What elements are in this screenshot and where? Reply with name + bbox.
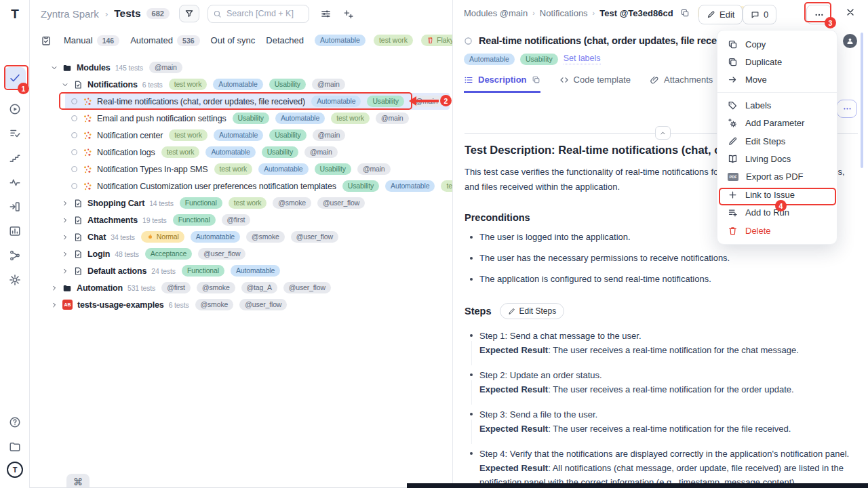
chevron-right-icon[interactable]	[61, 267, 69, 275]
badge-test-work[interactable]: test work	[374, 35, 413, 46]
menu-item-move[interactable]: Move	[717, 71, 837, 89]
copy-test-id-icon[interactable]	[680, 8, 690, 18]
menu-item-labels[interactable]: Labels	[717, 96, 837, 114]
add-with-ai-icon[interactable]	[342, 8, 354, 20]
copy-icon	[728, 39, 738, 49]
copy-description-icon[interactable]	[532, 75, 540, 84]
tab-code-template[interactable]: Code template	[559, 75, 631, 91]
chevron-down-icon[interactable]	[50, 64, 58, 72]
avatar[interactable]	[843, 34, 857, 48]
filter-tab-label: Detached	[266, 35, 304, 45]
tab-attachments[interactable]: Attachments	[650, 75, 713, 91]
menu-item-duplicate[interactable]: Duplicate	[717, 53, 837, 70]
menu-item-copy[interactable]: Copy	[717, 35, 837, 53]
set-labels-link[interactable]: Set labels	[564, 54, 601, 64]
description-more-button[interactable]	[837, 100, 857, 118]
filter-tab-manual[interactable]: Manual146	[64, 35, 119, 46]
chevron-right-icon[interactable]	[61, 216, 69, 224]
chevron-right-icon[interactable]	[50, 301, 58, 309]
tree-suite-9[interactable]: Attachments19 testsFunctional@first	[30, 211, 452, 228]
step-expected: Expected Result: The user receives a rea…	[479, 422, 858, 436]
tree-suite-12[interactable]: Default actions24 testsFunctionalAutomat…	[30, 262, 452, 279]
tree-item-count: 531 tests	[127, 284, 155, 292]
tree-suite-14[interactable]: ABtests-usage-examples6 tests@smoke@user…	[30, 296, 452, 313]
chevron-right-icon[interactable]	[50, 284, 58, 292]
integrations-icon	[9, 249, 21, 262]
menu-item-delete[interactable]: Delete	[717, 222, 837, 239]
filter-tab-automated[interactable]: Automated536	[130, 35, 199, 46]
tree-item-count: 19 tests	[142, 216, 167, 224]
badge-flaky[interactable]: Flaky	[421, 35, 453, 46]
sidebar-item-projects[interactable]	[5, 436, 25, 457]
sidebar-item-app-logo[interactable]: T	[5, 4, 25, 24]
filter-tab-detached[interactable]: Detached	[266, 35, 304, 45]
detail-breadcrumb-separator: ›	[593, 9, 595, 17]
suite-doc-icon	[73, 216, 83, 225]
sidebar-item-account[interactable]: T	[5, 460, 25, 480]
tree-suite-0[interactable]: Modules145 tests@main	[30, 59, 452, 76]
sidebar-item-settings[interactable]	[5, 270, 25, 290]
view-settings-icon[interactable]	[320, 8, 332, 20]
tree-suite-8[interactable]: Shopping Cart14 testsFunctionaltest work…	[30, 195, 452, 211]
collapse-section-button[interactable]	[655, 126, 671, 140]
filter-tab-out-of-sync[interactable]: Out of sync	[211, 35, 256, 45]
activity-icon	[9, 176, 21, 188]
tree-suite-10[interactable]: Chat34 testsNormalAutomatable@smoke@user…	[30, 228, 452, 245]
detail-breadcrumb-separator: ›	[532, 9, 535, 17]
tree-test-2[interactable]: Real-time notifications (chat, order upd…	[30, 93, 452, 110]
filter-bar: Manual146Automated536Out of syncDetached…	[30, 32, 453, 49]
sidebar-item-test-plans[interactable]	[5, 123, 25, 144]
menu-item-add-parameter[interactable]: Add Parameter	[717, 115, 837, 132]
tree-suite-13[interactable]: Automation531 tests@first@smoke@tag_A@us…	[30, 279, 452, 296]
comments-button[interactable]: 0	[743, 5, 776, 24]
sidebar-item-milestones[interactable]	[5, 148, 25, 168]
sidebar-item-test-runs[interactable]	[5, 99, 25, 119]
tree-suite-1[interactable]: Notifications6 teststest workAutomatable…	[30, 76, 452, 93]
chevron-right-icon[interactable]	[61, 233, 69, 241]
sidebar-item-reports[interactable]	[5, 221, 25, 241]
menu-item-edit-steps[interactable]: Edit Steps	[717, 132, 837, 150]
tree-test-6[interactable]: Notification Types In-app SMStest workAu…	[30, 161, 452, 178]
badge-label: test work	[446, 182, 453, 190]
tree-suite-11[interactable]: Login48 testsAcceptance@user_flow	[30, 245, 452, 262]
menu-item-living-docs[interactable]: Living Docs	[717, 150, 837, 167]
edit-steps-button[interactable]: Edit Steps	[500, 303, 565, 319]
menu-item-export-as-pdf[interactable]: PDFExport as PDF	[717, 168, 837, 186]
edit-button-label: Edit	[719, 9, 734, 20]
menu-item-label: Add Parameter	[745, 118, 804, 128]
edit-button[interactable]: Edit	[698, 5, 743, 24]
tree-item-count: 24 tests	[151, 267, 176, 275]
badge-label: Automatable	[218, 81, 257, 88]
test-labels-row: AutomatableUsability Set labels	[464, 54, 601, 65]
sidebar-item-activity[interactable]	[5, 172, 25, 192]
sidebar-item-help[interactable]	[5, 412, 25, 432]
search-input[interactable]	[208, 5, 309, 23]
breadcrumb-app[interactable]: Zyntra Spark	[41, 8, 99, 20]
bulk-select-icon[interactable]	[41, 35, 52, 46]
tree-test-3[interactable]: Email and push notification settingsUsab…	[30, 110, 452, 127]
chevron-down-icon[interactable]	[61, 81, 69, 89]
command-key-button[interactable]: ⌘	[66, 474, 90, 488]
tree-test-7[interactable]: Notification Customization user preferen…	[30, 178, 452, 195]
chevron-right-icon[interactable]	[61, 250, 69, 258]
filter-button[interactable]	[179, 5, 199, 22]
tab-description[interactable]: Description	[464, 75, 540, 93]
book-icon	[728, 154, 738, 164]
tag-icon	[728, 100, 738, 110]
detail-breadcrumb-suite[interactable]: Notifications	[540, 8, 588, 18]
tree-test-5[interactable]: Notification logstest workAutomatableUsa…	[30, 144, 452, 161]
detail-close-icon[interactable]	[845, 7, 856, 18]
sidebar-item-integrations[interactable]	[5, 245, 25, 266]
badge-label: @user_flow	[296, 233, 333, 241]
badge-@user_flow: @user_flow	[291, 231, 338, 243]
badge-automatable[interactable]: Automatable	[315, 35, 366, 46]
badge-label: Automatable	[317, 98, 355, 105]
badge-label: @user_flow	[323, 199, 359, 207]
chevron-right-icon[interactable]	[61, 199, 69, 207]
tree-test-4[interactable]: Notification centertest workAutomatableU…	[30, 127, 452, 144]
detail-scrollbar[interactable]	[861, 33, 863, 168]
badge-automatable: Automatable	[311, 96, 361, 107]
breadcrumb-section-tests[interactable]: Tests	[114, 7, 140, 20]
detail-breadcrumb-module[interactable]: Modules @main	[464, 8, 528, 18]
sidebar-item-imports[interactable]	[5, 197, 25, 217]
